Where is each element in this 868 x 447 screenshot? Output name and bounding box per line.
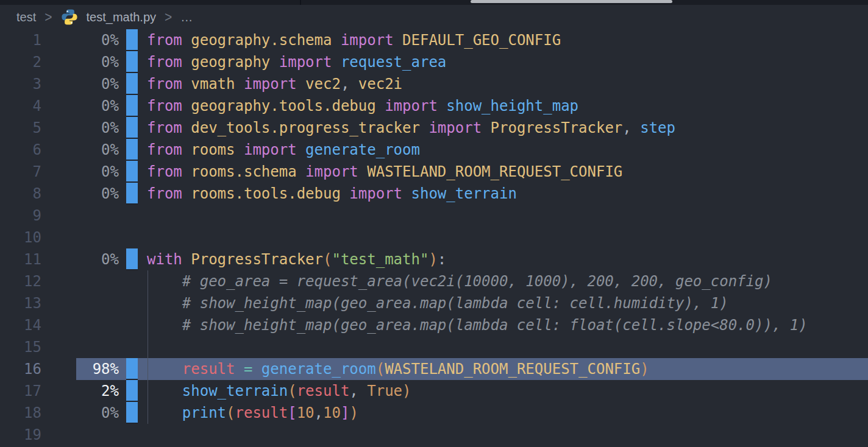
line-number[interactable]: 5 (0, 117, 41, 139)
editor-row[interactable]: 110%with ProgressTracker("test_math"): (0, 248, 868, 270)
code-line[interactable]: # geo_area = request_area(vec2i(10000, 1… (147, 270, 772, 292)
code-line[interactable]: show_terrain(result, True) (147, 380, 411, 402)
code-token (147, 317, 182, 334)
editor-row[interactable]: 30%from vmath import vec2, vec2i (0, 73, 868, 95)
code-token: show_terrain (411, 185, 517, 202)
line-number[interactable]: 10 (0, 227, 41, 248)
line-number[interactable]: 17 (0, 380, 41, 402)
coverage-marker (126, 358, 138, 380)
line-number[interactable]: 1 (0, 29, 41, 51)
line-number[interactable]: 9 (0, 205, 41, 227)
editor-row[interactable]: 15 (0, 336, 868, 358)
coverage-percentage: 0% (41, 161, 119, 183)
breadcrumb-file[interactable]: test_math.py (87, 10, 157, 24)
code-token: with (147, 251, 182, 268)
editor-row[interactable]: 60%from rooms import generate_room (0, 139, 868, 161)
editor-row[interactable]: 70%from rooms.schema import WASTELAND_RO… (0, 161, 868, 183)
line-number[interactable]: 11 (0, 248, 41, 270)
line-number[interactable]: 6 (0, 139, 41, 161)
code-token: DEFAULT_GEO_CONFIG (402, 32, 561, 49)
coverage-marker (126, 29, 138, 51)
breadcrumb-overflow[interactable]: … (180, 10, 193, 24)
code-token: from (147, 163, 182, 180)
line-number[interactable]: 2 (0, 51, 41, 73)
editor-row[interactable]: 20%from geography import request_area (0, 51, 868, 73)
coverage-percentage: 2% (41, 380, 119, 402)
code-token: generate_room (261, 361, 376, 378)
code-token (182, 141, 191, 158)
code-token (235, 76, 244, 93)
editor-row[interactable]: 180% print(result[10,10]) (0, 402, 868, 424)
code-token: from (147, 54, 182, 71)
code-token: 10 (297, 404, 315, 421)
code-line[interactable]: from rooms.tools.debug import show_terra… (147, 183, 517, 205)
line-number[interactable]: 4 (0, 95, 41, 117)
line-number[interactable]: 3 (0, 73, 41, 95)
line-number[interactable]: 8 (0, 183, 41, 205)
coverage-marker (126, 139, 138, 161)
editor-row[interactable]: 1698% result = generate_room(WASTELAND_R… (0, 358, 868, 380)
code-line[interactable]: from rooms.schema import WASTELAND_ROOM_… (147, 161, 622, 183)
breadcrumb-folder[interactable]: test (16, 10, 36, 24)
code-token: ) (349, 404, 358, 421)
code-token (297, 141, 305, 158)
code-token (182, 251, 191, 268)
line-number[interactable]: 14 (0, 314, 41, 336)
editor-row[interactable]: 14 # show_height_map(geo_area.map(lambda… (0, 314, 868, 336)
coverage-marker (126, 402, 138, 424)
line-number[interactable]: 7 (0, 161, 41, 183)
code-line[interactable]: print(result[10,10]) (147, 402, 358, 424)
code-token: request_area (341, 54, 446, 71)
code-token: 10 (323, 404, 341, 421)
code-line[interactable]: # show_height_map(geo_area.map(lambda ce… (147, 292, 728, 314)
code-line[interactable]: # show_height_map(geo_area.map(lambda ce… (147, 314, 808, 336)
code-token: vmath (191, 76, 235, 93)
editor-row[interactable]: 50%from dev_tools.progress_tracker impor… (0, 117, 868, 139)
coverage-marker (126, 51, 138, 73)
scrollbar-thumb-top[interactable] (471, 0, 672, 3)
code-token (235, 361, 244, 378)
editor-row[interactable]: 80%from rooms.tools.debug import show_te… (0, 183, 868, 205)
line-number[interactable]: 16 (0, 358, 41, 380)
editor-row[interactable]: 12 # geo_area = request_area(vec2i(10000… (0, 270, 868, 292)
code-line[interactable]: from dev_tools.progress_tracker import P… (147, 117, 675, 139)
editor-row[interactable]: 10%from geography.schema import DEFAULT_… (0, 29, 868, 51)
code-token (297, 163, 305, 180)
code-line[interactable]: from geography import request_area (147, 51, 446, 73)
code-token: rooms.tools.debug (191, 185, 341, 202)
python-icon (61, 9, 78, 26)
code-line[interactable]: from rooms import generate_room (147, 139, 420, 161)
coverage-marker (126, 117, 138, 139)
coverage-percentage: 0% (41, 248, 119, 270)
line-number[interactable]: 18 (0, 402, 41, 424)
code-line[interactable]: with ProgressTracker("test_math"): (147, 248, 446, 270)
editor-row[interactable]: 172% show_terrain(result, True) (0, 380, 868, 402)
line-number[interactable]: 13 (0, 292, 41, 314)
code-token: : (438, 251, 446, 268)
code-token (147, 295, 182, 312)
code-token (182, 76, 191, 93)
code-token: # show_height_map(geo_area.map(lambda ce… (182, 317, 808, 334)
editor-row[interactable]: 13 # show_height_map(geo_area.map(lambda… (0, 292, 868, 314)
code-token: ] (341, 404, 349, 421)
editor-row[interactable]: 9 (0, 205, 868, 227)
code-token: # show_height_map(geo_area.map(lambda ce… (182, 295, 728, 312)
editor-row[interactable]: 40%from geography.tools.debug import sho… (0, 95, 868, 117)
code-line[interactable]: from vmath import vec2, vec2i (147, 73, 402, 95)
code-token: geography.schema (191, 32, 332, 49)
line-number[interactable]: 15 (0, 336, 41, 358)
editor-row[interactable]: 19 (0, 424, 868, 446)
code-token: True (367, 382, 402, 399)
code-line[interactable]: result = generate_room(WASTELAND_ROOM_RE… (147, 358, 649, 380)
line-number[interactable]: 19 (0, 424, 41, 446)
editor-row[interactable]: 10 (0, 227, 868, 248)
code-token: from (147, 119, 182, 136)
code-token: , (622, 119, 640, 136)
code-line[interactable]: from geography.tools.debug import show_h… (147, 95, 578, 117)
line-number[interactable]: 12 (0, 270, 41, 292)
code-line[interactable]: from geography.schema import DEFAULT_GEO… (147, 29, 561, 51)
code-token (358, 163, 367, 180)
breadcrumb: test > test_math.py > … (0, 5, 193, 29)
code-token: geography.tools.debug (191, 97, 375, 114)
code-token: rooms (191, 141, 235, 158)
